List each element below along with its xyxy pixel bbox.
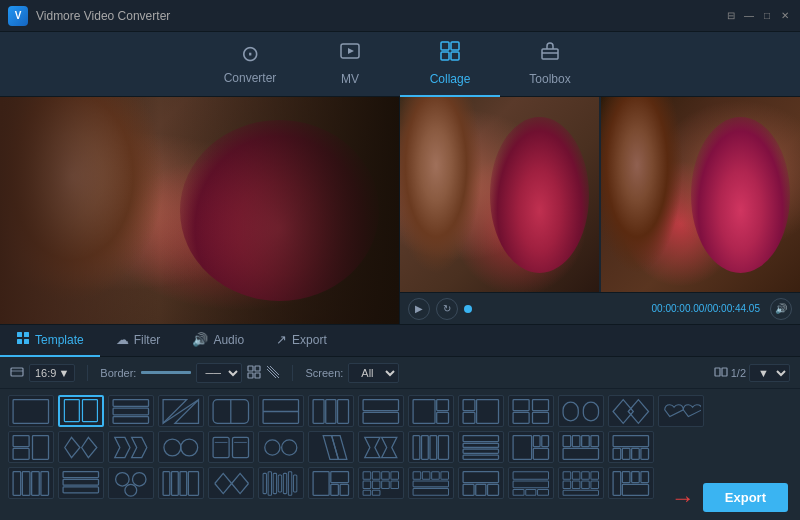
aspect-dropdown-icon: ▼ [58,367,69,379]
template-r3-1[interactable] [8,467,54,499]
template-r3-2[interactable] [58,467,104,499]
template-r3-13[interactable] [608,467,654,499]
split-icon [714,365,728,381]
template-r3-12[interactable] [558,467,604,499]
template-two-rows[interactable] [358,395,404,427]
template-controls: 16:9 ▼ Border: ── Screen: All [0,357,800,389]
template-row-1 [8,395,792,427]
border-select[interactable]: ── [196,363,242,383]
close-btn[interactable]: ✕ [778,9,792,23]
svg-rect-70 [422,435,429,459]
svg-rect-39 [437,399,449,410]
left-video-panel [0,97,400,324]
svg-rect-48 [563,402,578,421]
template-r3-5[interactable] [208,467,254,499]
svg-rect-7 [17,332,22,337]
aspect-ratio-group: 16:9 ▼ [10,364,75,382]
template-wide-center[interactable] [258,395,304,427]
svg-rect-101 [163,471,170,495]
svg-rect-1 [441,42,449,50]
svg-rect-109 [284,473,287,493]
template-r2-5[interactable] [208,431,254,463]
svg-rect-116 [363,471,371,479]
template-single[interactable] [8,395,54,427]
time-display: 00:00:00.00/00:00:44.05 [652,303,760,314]
svg-rect-26 [113,416,148,423]
template-r3-8[interactable] [358,467,404,499]
minimize-btn[interactable]: — [742,9,756,23]
svg-rect-42 [463,412,475,423]
template-two-vert[interactable] [58,395,104,427]
template-big-left[interactable] [408,395,454,427]
volume-button[interactable]: 🔊 [770,298,792,320]
template-curved[interactable] [208,395,254,427]
svg-rect-34 [326,399,336,423]
template-r3-9[interactable] [408,467,454,499]
tab-audio-label: Audio [213,333,244,347]
template-r2-6[interactable] [258,431,304,463]
template-r2-1[interactable] [8,431,54,463]
template-rounded[interactable] [558,395,604,427]
template-four-grid[interactable] [508,395,554,427]
tab-mv[interactable]: MV [300,32,400,97]
template-r3-10[interactable] [458,467,504,499]
tab-filter-label: Filter [134,333,161,347]
svg-rect-12 [248,366,253,371]
aspect-ratio-value: 16:9 [35,367,56,379]
template-r2-4[interactable] [158,431,204,463]
tab-filter[interactable]: ☁ Filter [100,325,177,357]
svg-rect-153 [641,471,649,482]
tab-converter-label: Converter [224,71,277,85]
template-three-cols[interactable] [308,395,354,427]
svg-rect-13 [255,366,260,371]
play-button[interactable]: ▶ [408,298,430,320]
maximize-btn[interactable]: □ [760,9,774,23]
template-r3-6[interactable] [258,467,304,499]
template-r2-8[interactable] [358,431,404,463]
export-button[interactable]: Export [703,483,788,512]
tab-template[interactable]: Template [0,325,100,357]
collage-preview [400,97,800,292]
mv-icon [339,40,361,68]
hatch-icon [266,365,280,381]
template-three-horiz[interactable] [108,395,154,427]
svg-rect-132 [463,471,498,482]
template-r3-7[interactable] [308,467,354,499]
template-hearts[interactable] [658,395,704,427]
tab-converter[interactable]: ⊙ Converter [200,32,300,97]
converter-icon: ⊙ [241,41,259,67]
svg-rect-111 [294,475,297,492]
screen-select[interactable]: All [348,363,399,383]
tab-toolbox[interactable]: Toolbox [500,32,600,97]
template-r3-4[interactable] [158,467,204,499]
template-r2-7[interactable] [308,431,354,463]
template-r3-11[interactable] [508,467,554,499]
template-r2-9[interactable] [408,431,454,463]
template-r2-2[interactable] [58,431,104,463]
message-btn[interactable]: ⊟ [724,9,738,23]
svg-rect-53 [33,435,49,459]
template-r2-3[interactable] [108,431,154,463]
tab-export-bottom[interactable]: ↗ Export [260,325,343,357]
page-select[interactable]: ▼ [749,364,790,382]
template-r3-3[interactable] [108,467,154,499]
loop-button[interactable]: ↻ [436,298,458,320]
svg-point-60 [181,439,198,456]
svg-rect-90 [641,448,649,459]
aspect-ratio-button[interactable]: 16:9 ▼ [29,364,75,382]
svg-rect-81 [563,435,571,446]
template-arrows[interactable] [608,395,654,427]
template-diagonal[interactable] [158,395,204,427]
template-r2-13[interactable] [608,431,654,463]
svg-rect-74 [463,443,498,447]
template-small-left[interactable] [458,395,504,427]
tab-collage[interactable]: Collage [400,32,500,97]
template-r2-11[interactable] [508,431,554,463]
svg-rect-131 [413,488,448,495]
svg-rect-80 [534,448,549,459]
tab-audio[interactable]: 🔊 Audio [176,325,260,357]
svg-rect-138 [513,489,524,495]
left-video-preview [0,97,399,324]
template-r2-12[interactable] [558,431,604,463]
template-r2-10[interactable] [458,431,504,463]
